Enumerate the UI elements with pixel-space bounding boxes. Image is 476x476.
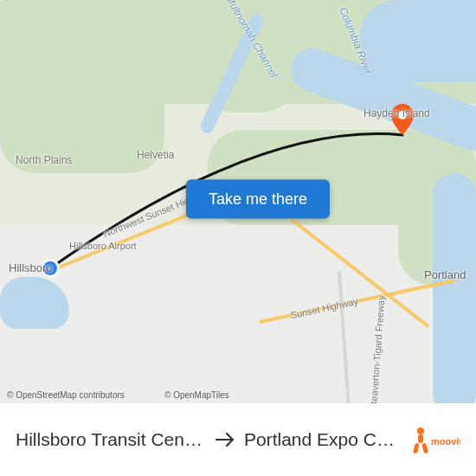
route-summary-bar: Hillsboro Transit Center (East) Portland…: [0, 403, 476, 476]
svg-rect-5: [413, 442, 420, 453]
destination-label: Portland Expo Center: [244, 429, 402, 450]
svg-point-3: [417, 428, 424, 434]
map-label-portland: Portland: [424, 268, 466, 281]
take-me-there-button[interactable]: Take me there: [186, 180, 330, 219]
origin-label: Hillsboro Transit Center (East): [16, 429, 206, 450]
map-label-hillsboro-airport: Hillsboro Airport: [69, 241, 137, 251]
map-label-helvetia: Helvetia: [137, 149, 174, 161]
attribution-omt: © OpenMapTiles: [164, 390, 229, 400]
arrow-right-icon: [215, 431, 235, 448]
water-willamette: [433, 173, 476, 415]
map-label-north-plains: North Plains: [16, 154, 72, 166]
attribution-osm: © OpenStreetMap contributors: [7, 390, 125, 400]
svg-rect-4: [418, 434, 423, 443]
map-viewport[interactable]: North Plains Helvetia Hillsboro Airport …: [0, 0, 476, 403]
svg-rect-6: [421, 442, 428, 453]
svg-text:moovit: moovit: [431, 436, 460, 447]
moovit-logo-icon: moovit: [412, 424, 460, 455]
map-label-hayden-island: Hayden Island: [363, 107, 430, 119]
route-text: Hillsboro Transit Center (East) Portland…: [16, 429, 402, 450]
map-label-hillsboro: Hillsboro: [9, 261, 53, 274]
